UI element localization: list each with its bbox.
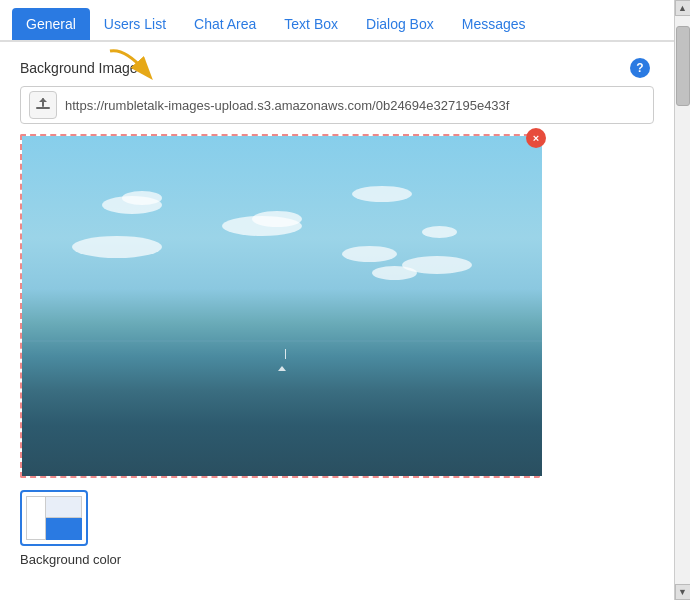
upload-row: https://rumbletalk-images-upload.s3.amaz… bbox=[20, 86, 654, 124]
tab-general[interactable]: General bbox=[12, 8, 90, 40]
tab-chat-area[interactable]: Chat Area bbox=[180, 8, 270, 40]
background-image-section: Background Image ? bbox=[20, 58, 654, 78]
scroll-down-arrow[interactable]: ▼ bbox=[675, 584, 691, 600]
cloud-decoration bbox=[402, 256, 472, 274]
tab-users-list[interactable]: Users List bbox=[90, 8, 180, 40]
scrollbar-thumb[interactable] bbox=[676, 26, 690, 106]
cloud-decoration bbox=[252, 211, 302, 227]
upload-button[interactable] bbox=[29, 91, 57, 119]
horizon-line bbox=[22, 340, 542, 342]
svg-marker-3 bbox=[39, 98, 47, 102]
scrollbar-track[interactable] bbox=[675, 16, 690, 584]
content-area: Background Image ? htt bbox=[0, 42, 674, 583]
image-url: https://rumbletalk-images-upload.s3.amaz… bbox=[65, 98, 645, 113]
color-bottom bbox=[46, 518, 82, 540]
image-preview bbox=[22, 136, 542, 476]
color-box-inner bbox=[26, 496, 82, 540]
tab-bar: General Users List Chat Area Text Box Di… bbox=[0, 0, 674, 42]
color-right bbox=[46, 496, 82, 540]
cloud-decoration bbox=[122, 191, 162, 205]
image-preview-container: × bbox=[20, 134, 540, 478]
color-left bbox=[26, 496, 46, 540]
boat-decoration bbox=[278, 359, 286, 371]
cloud-decoration bbox=[422, 226, 457, 238]
tab-messages[interactable]: Messages bbox=[448, 8, 540, 40]
help-icon[interactable]: ? bbox=[630, 58, 650, 78]
color-picker-button[interactable] bbox=[20, 490, 88, 546]
cloud-decoration bbox=[342, 246, 397, 262]
background-color-section: Background color bbox=[20, 490, 654, 567]
main-content: General Users List Chat Area Text Box Di… bbox=[0, 0, 674, 600]
scrollbar[interactable]: ▲ ▼ bbox=[674, 0, 690, 600]
arrow-indicator-icon bbox=[105, 46, 160, 81]
svg-rect-1 bbox=[36, 107, 50, 109]
tab-text-box[interactable]: Text Box bbox=[270, 8, 352, 40]
cloud-decoration bbox=[352, 186, 412, 202]
upload-icon bbox=[35, 97, 51, 113]
tab-dialog-box[interactable]: Dialog Box bbox=[352, 8, 448, 40]
cloud-decoration bbox=[72, 236, 162, 258]
color-top bbox=[46, 496, 82, 518]
background-color-label: Background color bbox=[20, 552, 121, 567]
scroll-up-arrow[interactable]: ▲ bbox=[675, 0, 691, 16]
remove-image-button[interactable]: × bbox=[526, 128, 546, 148]
